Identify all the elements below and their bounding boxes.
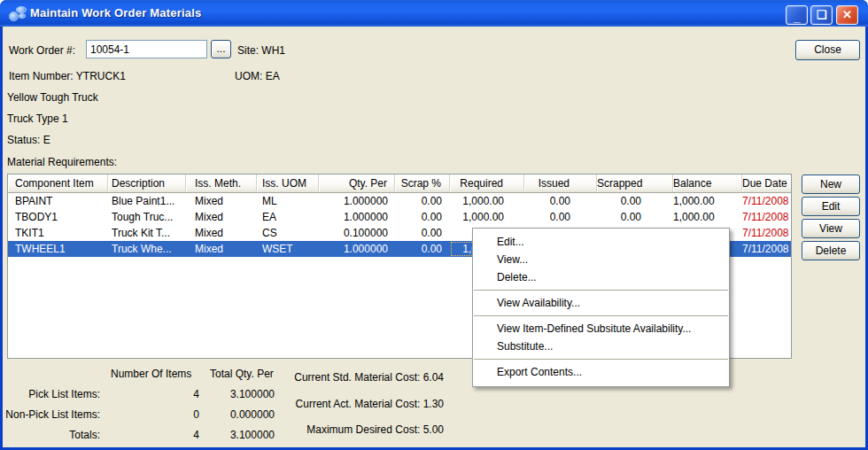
table-cell[interactable]: 7/11/2008 (742, 225, 792, 241)
summary-row-qty: 3.100000 (215, 429, 275, 441)
table-cell[interactable]: WSET (257, 241, 319, 257)
column-header[interactable]: Qty. Per (319, 175, 395, 192)
table-cell[interactable]: Mixed (186, 225, 257, 241)
table-cell[interactable]: 7/11/2008 (742, 209, 792, 225)
column-header[interactable]: Component Item (8, 175, 108, 192)
table-row[interactable]: TBODY1Tough Truc...MixedEA1.0000000.001,… (8, 209, 791, 225)
table-cell[interactable]: Truck Kit T... (108, 225, 186, 241)
column-header[interactable]: Required (450, 175, 524, 192)
summary-row-count: 4 (144, 429, 199, 441)
column-header[interactable]: Description (108, 175, 186, 192)
table-cell[interactable]: 0.00 (395, 225, 450, 241)
menu-item-view[interactable]: View... (473, 251, 729, 268)
menu-item-edit[interactable]: Edit... (473, 233, 729, 251)
table-cell[interactable]: 1.000000 (319, 241, 395, 257)
menu-separator (474, 290, 728, 291)
maximize-icon[interactable]: ❑ (810, 5, 833, 25)
table-cell[interactable]: TBODY1 (8, 209, 108, 225)
uom-label: UOM: EA (235, 70, 280, 82)
table-cell[interactable]: 0.00 (395, 193, 450, 209)
table-cell[interactable]: 1,000.00 (450, 193, 524, 209)
menu-item-export-contents[interactable]: Export Contents... (473, 363, 729, 381)
close-button[interactable]: Close (795, 40, 860, 60)
minimize-icon[interactable]: _ (786, 5, 808, 25)
new-button[interactable]: New (802, 175, 860, 194)
table-cell[interactable]: 1.000000 (319, 193, 395, 209)
table-cell[interactable]: 0.00 (524, 193, 597, 209)
table-cell[interactable]: BPAINT (8, 193, 108, 209)
cost-line: Current Act. Material Cost: 1.30 (282, 398, 444, 410)
table-cell[interactable]: EA (257, 209, 319, 225)
table-cell[interactable]: 0.00 (597, 209, 673, 225)
app-icon[interactable] (8, 5, 26, 21)
menu-item-view-availability[interactable]: View Availability... (473, 294, 729, 312)
table-cell[interactable]: 7/11/2008 (742, 241, 792, 257)
summary-header-total-qty-per: Total Qty. Per (210, 368, 274, 380)
summary-row-qty: 3.100000 (215, 388, 275, 400)
title-bar[interactable]: Maintain Work Order Materials _ ❑ ✕ (0, 0, 868, 27)
context-menu: Edit...View...Delete...View Availability… (472, 228, 730, 387)
cost-line: Current Std. Material Cost: 6.04 (282, 371, 444, 384)
table-cell[interactable]: Tough Truc... (108, 209, 186, 225)
site-label: Site: WH1 (237, 44, 285, 57)
table-cell[interactable]: 0.00 (395, 209, 450, 225)
table-cell[interactable]: Mixed (186, 193, 257, 209)
table-cell[interactable]: ML (257, 193, 319, 209)
menu-separator (474, 315, 728, 316)
table-cell[interactable]: Truck Whe... (108, 241, 186, 257)
table-cell[interactable]: 0.00 (395, 241, 450, 257)
column-header[interactable]: Issued (524, 175, 597, 192)
table-cell[interactable]: CS (257, 225, 319, 241)
app-icon-circle (16, 6, 27, 13)
material-requirements-label: Material Requirements: (7, 156, 117, 168)
column-header[interactable]: Due Date (742, 175, 792, 192)
table-cell[interactable]: 0.00 (597, 193, 673, 209)
delete-button[interactable]: Delete (802, 241, 860, 260)
item-description-line2: Truck Type 1 (7, 112, 68, 125)
column-header[interactable]: Iss. UOM (257, 175, 319, 192)
app-icon-circle (19, 13, 26, 19)
item-number-label: Item Number: YTRUCK1 (9, 70, 126, 82)
app-icon-circle (9, 12, 19, 21)
table-cell[interactable]: Mixed (186, 209, 257, 225)
cost-line: Maximum Desired Cost: 5.00 (282, 423, 444, 436)
table-cell[interactable]: 1,000.00 (673, 193, 742, 209)
summary-row-label: Non-Pick List Items: (3, 408, 100, 421)
table-cell[interactable]: TWHEEL1 (8, 241, 108, 257)
menu-item-substitute[interactable]: Substitute... (473, 338, 729, 355)
column-header[interactable]: Scrap % (395, 175, 450, 192)
table-header[interactable]: Component ItemDescriptionIss. Meth.Iss. … (8, 175, 791, 193)
table-cell[interactable]: 1,000.00 (673, 209, 742, 225)
table-cell[interactable]: Blue Paint1... (108, 193, 186, 209)
client-area: Work Order #: ... Site: WH1 Close Item N… (3, 27, 865, 447)
summary-row-label: Totals: (3, 429, 100, 441)
status-label: Status: E (7, 134, 50, 146)
dialog-window: Maintain Work Order Materials _ ❑ ✕ Work… (0, 0, 868, 450)
table-cell[interactable]: 0.00 (524, 209, 597, 225)
work-order-input[interactable] (86, 40, 207, 58)
menu-item-view-item-defined-subsitute-availability[interactable]: View Item-Defined Subsitute Availability… (473, 320, 729, 338)
browse-button[interactable]: ... (211, 40, 231, 58)
view-button[interactable]: View (802, 219, 860, 238)
summary-header-number-of-items: Number Of Items (111, 368, 191, 380)
summary-row-label: Pick List Items: (3, 388, 100, 400)
close-icon[interactable]: ✕ (836, 5, 858, 25)
column-header[interactable]: Scrapped (597, 175, 673, 192)
window-title: Maintain Work Order Materials (30, 6, 201, 19)
table-cell[interactable]: Mixed (186, 241, 257, 257)
summary-row-qty: 0.000000 (215, 408, 275, 421)
edit-button[interactable]: Edit (802, 197, 860, 216)
table-cell[interactable]: TKIT1 (8, 225, 108, 241)
table-cell[interactable]: 7/11/2008 (742, 193, 792, 209)
column-header[interactable]: Balance (673, 175, 742, 192)
table-cell[interactable]: 1,000.00 (450, 209, 524, 225)
summary-row-count: 4 (144, 388, 199, 400)
column-header[interactable]: Iss. Meth. (186, 175, 257, 192)
menu-item-delete[interactable]: Delete... (473, 268, 729, 286)
table-cell[interactable]: 1.000000 (319, 209, 395, 225)
work-order-label: Work Order #: (9, 44, 75, 57)
summary-row-count: 0 (144, 408, 199, 421)
item-description-line1: Yellow Tough Truck (7, 91, 98, 104)
table-cell[interactable]: 0.100000 (319, 225, 395, 241)
table-row[interactable]: BPAINTBlue Paint1...MixedML1.0000000.001… (8, 193, 791, 209)
